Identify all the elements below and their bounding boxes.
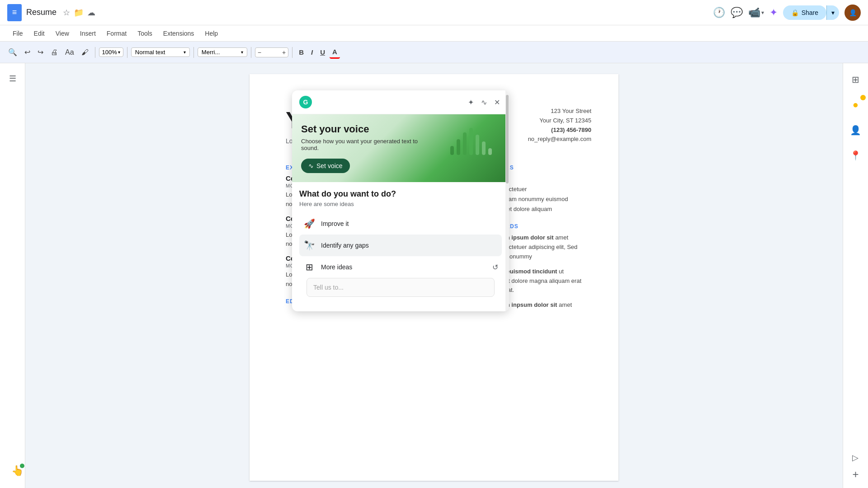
contact-line-2: Your City, ST 12345	[528, 116, 591, 126]
tasks-panel-icon[interactable]: ●	[847, 96, 865, 114]
title-bar-right: 🕐 💬 📹 ▾ ✦ 🔒 Share ▾ 👤	[713, 5, 861, 21]
star-icon[interactable]: ☆	[63, 8, 70, 18]
menu-extensions[interactable]: Extensions	[158, 27, 199, 40]
menu-help[interactable]: Help	[199, 27, 223, 40]
grammarly-panel: G ✦ ∿ ✕ Set your voice Choose how you wa…	[292, 90, 509, 311]
panel-voice-section: Set your voice Choose how you want your …	[292, 114, 509, 182]
toolbar-separator-2	[127, 47, 127, 58]
toolbar-separator-4	[251, 47, 251, 58]
menu-format[interactable]: Format	[101, 27, 132, 40]
svg-rect-4	[476, 135, 479, 155]
contact-phone: (123) 456-7890	[528, 126, 591, 135]
right-panels: ⊞ ● 👤 📍 ▷ +	[843, 63, 868, 488]
spellcheck-button[interactable]: Aa	[62, 47, 77, 58]
svg-rect-0	[450, 146, 454, 155]
set-voice-label: Set voice	[316, 162, 343, 169]
idea-gaps-label: Identify any gaps	[321, 242, 369, 249]
panel-scrollbar-thumb	[506, 95, 509, 183]
contact-email: no_reply@example.com	[528, 135, 591, 144]
idea-improve-label: Improve it	[321, 220, 349, 227]
add-extension-button[interactable]: +	[852, 468, 859, 481]
print-button[interactable]: 🖨	[48, 47, 61, 58]
bold-button[interactable]: B	[296, 47, 307, 58]
title-bar-icons: ☆ 📁 ☁	[63, 8, 95, 18]
toolbar-separator-3	[193, 47, 194, 58]
set-voice-button[interactable]: ∿ Set voice	[301, 159, 350, 173]
menu-tools[interactable]: Tools	[132, 27, 158, 40]
svg-rect-2	[463, 132, 467, 155]
idea-more-expand-button[interactable]: ↺	[492, 263, 498, 272]
comment-button[interactable]: 💬	[731, 7, 743, 19]
font-value: Merri...	[202, 49, 220, 56]
app-icon	[7, 4, 22, 21]
avatar[interactable]: 👤	[844, 5, 861, 21]
gemini-button[interactable]: ✦	[769, 7, 778, 19]
panel-tell-us-input[interactable]: Tell us to...	[307, 278, 495, 297]
share-group: 🔒 Share ▾	[783, 5, 839, 20]
sheets-panel-icon[interactable]: ⊞	[847, 70, 865, 89]
underline-button[interactable]: U	[317, 47, 328, 58]
panel-header-actions: ✦ ∿ ✕	[466, 97, 502, 108]
panel-header: G ✦ ∿ ✕	[292, 90, 509, 114]
expand-button[interactable]: ▷	[852, 453, 859, 463]
menu-view[interactable]: View	[50, 27, 75, 40]
zoom-dropdown-icon: ▾	[118, 50, 120, 55]
panel-close-button[interactable]: ✕	[492, 97, 502, 108]
text-color-button[interactable]: A	[330, 46, 340, 59]
title-bar: Resume ☆ 📁 ☁ 🕐 💬 📹 ▾ ✦ 🔒 Share ▾ 👤	[0, 0, 868, 25]
panel-ideas-section: What do you want to do? Here are some id…	[292, 182, 509, 311]
menu-file[interactable]: File	[7, 27, 28, 40]
panel-wand-button[interactable]: ✦	[466, 97, 476, 108]
zoom-control[interactable]: 100% ▾	[99, 47, 123, 57]
svg-rect-1	[457, 139, 460, 155]
tasks-badge	[860, 95, 866, 100]
font-dropdown-icon: ▾	[241, 50, 243, 55]
award-3-rest: amet	[559, 301, 572, 308]
panel-wave-button[interactable]: ∿	[479, 97, 489, 108]
font-size-input[interactable]: 6	[264, 49, 280, 56]
menu-insert[interactable]: Insert	[75, 27, 101, 40]
idea-more-label: More ideas	[321, 263, 352, 271]
panel-ideas-desc: Here are some ideas	[299, 201, 502, 207]
contact-info: 123 Your Street Your City, ST 12345 (123…	[528, 107, 591, 144]
font-size-control: − 6 +	[255, 47, 288, 57]
maps-panel-icon[interactable]: 📍	[847, 146, 865, 164]
toolbar: 🔍 ↩ ↪ 🖨 Aa 🖌 100% ▾ Normal text ▾ Merri.…	[0, 42, 868, 63]
paint-format-button[interactable]: 🖌	[79, 47, 91, 58]
menu-edit[interactable]: Edit	[28, 27, 50, 40]
panel-ideas-title: What do you want to do?	[299, 189, 502, 199]
undo-button[interactable]: ↩	[22, 46, 33, 58]
search-button[interactable]: 🔍	[5, 46, 20, 58]
font-size-increase-button[interactable]: +	[280, 48, 288, 57]
share-dropdown-button[interactable]: ▾	[826, 5, 839, 20]
text-style-dropdown-icon: ▾	[184, 50, 186, 55]
cloud-icon[interactable]: ☁	[87, 8, 95, 18]
grammarly-logo: G	[299, 96, 312, 108]
idea-improve-item[interactable]: 🚀 Improve it	[299, 213, 502, 235]
font-select[interactable]: Merri... ▾	[198, 47, 247, 57]
toolbar-separator-1	[95, 47, 95, 58]
panel-scrollbar[interactable]	[505, 90, 509, 311]
left-sidebar: ☰	[0, 63, 25, 488]
svg-rect-6	[488, 148, 492, 155]
svg-rect-5	[482, 141, 486, 155]
outline-icon[interactable]: ☰	[5, 70, 21, 87]
voice-wave-visualization	[446, 123, 500, 160]
share-button[interactable]: 🔒 Share	[783, 5, 826, 20]
idea-more-item[interactable]: ⊞ More ideas ↺	[299, 256, 502, 278]
font-size-decrease-button[interactable]: −	[255, 48, 264, 57]
italic-button[interactable]: I	[308, 47, 316, 58]
zoom-value: 100%	[102, 49, 117, 56]
meet-button[interactable]: 📹 ▾	[748, 7, 764, 19]
text-style-select[interactable]: Normal text ▾	[131, 47, 190, 57]
text-style-value: Normal text	[135, 49, 165, 56]
grammarly-logo-text: G	[303, 99, 308, 106]
folder-icon[interactable]: 📁	[74, 8, 84, 18]
idea-more-icon: ⊞	[303, 262, 316, 272]
history-button[interactable]: 🕐	[713, 7, 725, 19]
redo-button[interactable]: ↪	[35, 46, 46, 58]
lock-icon: 🔒	[791, 9, 799, 16]
contacts-panel-icon[interactable]: 👤	[847, 121, 865, 139]
app-body: ☰ 123 Your Street Your City, ST 12345 (1…	[0, 63, 868, 488]
idea-gaps-item[interactable]: 🔭 Identify any gaps	[299, 235, 502, 256]
